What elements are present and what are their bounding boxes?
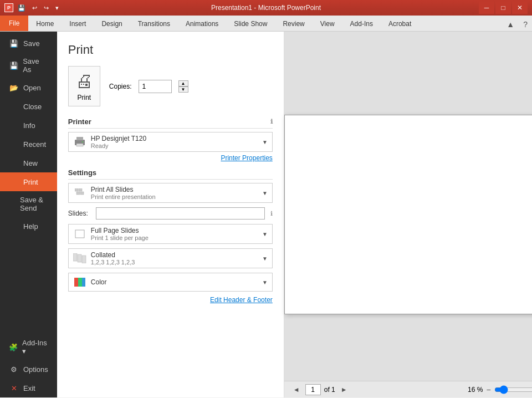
page-of-label: of 1 (324, 386, 335, 394)
layout-dropdown[interactable]: Full Page Slides Print 1 slide per page … (68, 224, 273, 244)
recent-icon (9, 139, 19, 149)
settings-section-header: Settings (68, 169, 273, 180)
tab-view[interactable]: View (313, 16, 342, 31)
sidebar-item-save[interactable]: 💾 Save (0, 34, 57, 53)
copies-spinner: ▲ ▼ (178, 80, 188, 93)
copies-down-btn[interactable]: ▼ (178, 86, 188, 93)
main-container: 💾 Save 💾 Save As 📂 Open Close Info Recen… (0, 32, 532, 397)
printer-dropdown-arrow: ▼ (262, 139, 268, 145)
collate-arrow: ▼ (262, 256, 268, 262)
sidebar-item-addins[interactable]: 🧩 Add-Ins ▾ (0, 334, 57, 360)
sidebar-item-save-as[interactable]: 💾 Save As (0, 53, 57, 78)
color-arrow: ▼ (262, 279, 268, 285)
printer-info-icon[interactable]: ℹ (270, 118, 273, 125)
undo-btn[interactable]: ↩ (30, 3, 39, 13)
save-quick-btn[interactable]: 💾 (16, 3, 28, 13)
ribbon: File Home Insert Design Transitions Anim… (0, 16, 532, 32)
print-what-text: Print All Slides Print entire presentati… (91, 186, 262, 200)
window-controls: ─ □ ✕ (479, 2, 528, 14)
save-send-icon (9, 199, 16, 209)
preview-area: ◄ of 1 ► 16 % − + ⛶ (284, 32, 532, 397)
sidebar-item-info[interactable]: Info (0, 116, 57, 135)
printer-dropdown[interactable]: HP Designjet T120 Ready ▼ (68, 132, 273, 152)
window-title: Presentation1 - Microsoft PowerPoint (211, 4, 321, 12)
collate-text: Collated 1,2,3 1,2,3 1,2,3 (91, 251, 262, 266)
sidebar-item-options[interactable]: ⚙ Options (0, 360, 57, 379)
tab-insert[interactable]: Insert (62, 16, 94, 31)
sidebar-item-help[interactable]: Help (0, 217, 57, 236)
sidebar-item-new[interactable]: New (0, 154, 57, 172)
printer-device-icon (73, 135, 86, 149)
tab-file[interactable]: File (0, 16, 28, 31)
quick-access-toolbar: P 💾 ↩ ↪ ▾ (4, 3, 61, 13)
svg-rect-8 (75, 230, 84, 238)
maximize-btn[interactable]: □ (495, 2, 511, 14)
print-button-label: Print (77, 94, 91, 101)
sidebar-item-save-send[interactable]: Save & Send (0, 191, 57, 217)
sidebar-item-recent[interactable]: Recent (0, 135, 57, 154)
tab-transitions[interactable]: Transitions (130, 16, 178, 31)
tab-review[interactable]: Review (275, 16, 312, 31)
sidebar-item-exit[interactable]: ✕ Exit (0, 379, 57, 397)
prev-page-btn[interactable]: ◄ (291, 386, 302, 394)
sidebar-item-open[interactable]: 📂 Open (0, 78, 57, 97)
tab-addins[interactable]: Add-Ins (342, 16, 381, 31)
zoom-level-label: 16 % (468, 386, 483, 394)
layout-icon (73, 227, 86, 241)
printer-section-header: Printer ℹ (68, 118, 273, 129)
minimize-btn[interactable]: ─ (479, 2, 494, 14)
slides-input[interactable] (96, 207, 265, 220)
zoom-slider[interactable] (494, 385, 532, 394)
page-number-input[interactable] (305, 384, 321, 395)
status-bar: ◄ of 1 ► 16 % − + ⛶ (284, 381, 532, 397)
slides-label: Slides: (68, 210, 90, 217)
copies-input[interactable] (139, 80, 172, 93)
copies-row: Copies: ▲ ▼ (109, 80, 188, 93)
svg-rect-14 (82, 278, 85, 287)
slides-info-icon[interactable]: ℹ (270, 210, 273, 217)
ribbon-collapse-btn[interactable]: ▲ (502, 18, 519, 31)
open-icon: 📂 (9, 83, 19, 93)
close-btn[interactable]: ✕ (512, 2, 528, 14)
copies-up-btn[interactable]: ▲ (178, 80, 188, 86)
tab-acrobat[interactable]: Acrobat (381, 16, 419, 31)
print-panel: Print 🖨 Print Copies: ▲ ▼ Print (57, 32, 284, 397)
slide-preview (284, 115, 532, 314)
tab-slideshow[interactable]: Slide Show (226, 16, 275, 31)
svg-rect-6 (76, 192, 80, 195)
collate-dropdown[interactable]: Collated 1,2,3 1,2,3 1,2,3 ▼ (68, 248, 273, 268)
svg-rect-9 (73, 253, 77, 261)
app-icon: P (4, 3, 13, 12)
sidebar-item-print[interactable]: Print (0, 172, 57, 191)
print-button[interactable]: 🖨 Print (68, 66, 100, 106)
svg-rect-4 (75, 188, 78, 191)
svg-rect-7 (80, 192, 84, 195)
help-btn[interactable]: ? (519, 18, 532, 31)
tab-home[interactable]: Home (28, 16, 62, 31)
slides-row: Slides: ℹ (68, 207, 273, 220)
svg-rect-1 (76, 137, 83, 140)
title-bar: P 💾 ↩ ↪ ▾ Presentation1 - Microsoft Powe… (0, 0, 532, 16)
zoom-area: 16 % − + ⛶ (468, 385, 532, 394)
svg-rect-10 (78, 254, 81, 262)
tab-design[interactable]: Design (94, 16, 130, 31)
print-icon (9, 177, 19, 187)
save-as-icon: 💾 (9, 60, 18, 70)
info-icon (9, 120, 19, 130)
edit-header-footer-link[interactable]: Edit Header & Footer (210, 296, 273, 304)
svg-rect-5 (79, 188, 82, 191)
sidebar-item-close[interactable]: Close (0, 97, 57, 116)
svg-rect-12 (74, 278, 78, 287)
printer-properties-link[interactable]: Printer Properties (221, 154, 272, 162)
next-page-btn[interactable]: ► (339, 386, 350, 394)
print-what-arrow: ▼ (262, 190, 268, 196)
print-what-dropdown[interactable]: Print All Slides Print entire presentati… (68, 183, 273, 203)
redo-btn[interactable]: ↪ (42, 3, 51, 13)
printer-name-text: HP Designjet T120 Ready (91, 135, 262, 149)
tab-animations[interactable]: Animations (178, 16, 226, 31)
zoom-out-btn[interactable]: − (486, 385, 490, 394)
print-button-area: 🖨 Print Copies: ▲ ▼ (68, 66, 273, 106)
customize-qa-btn[interactable]: ▾ (53, 3, 61, 13)
addins-icon: 🧩 (9, 342, 18, 352)
color-dropdown[interactable]: Color ▼ (68, 273, 273, 292)
